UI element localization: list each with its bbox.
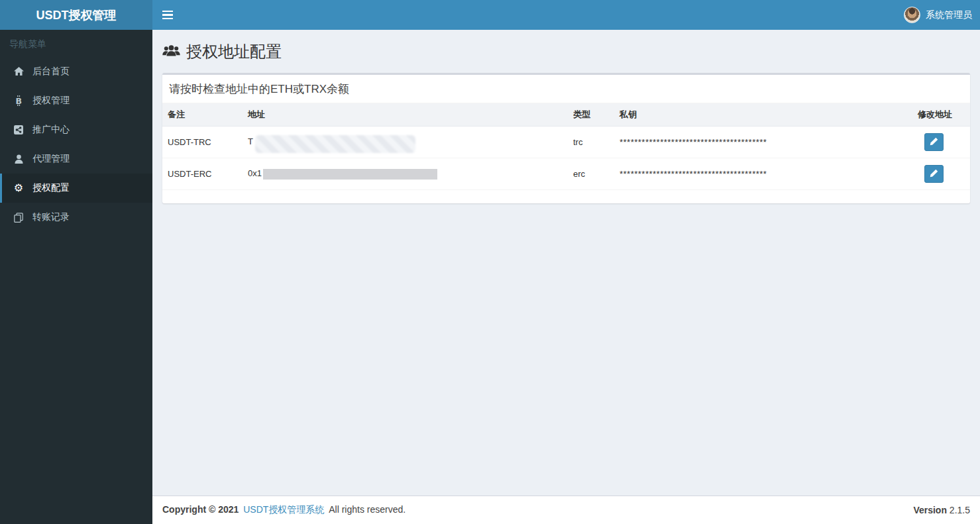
- sidebar-item-label: 授权配置: [32, 182, 70, 194]
- version-label: Version: [913, 505, 947, 515]
- user-icon: [11, 154, 26, 164]
- sidebar-item-auth-manage[interactable]: B 授权管理: [0, 86, 152, 115]
- type-cell: trc: [568, 127, 614, 158]
- sidebar-item-auth-config[interactable]: ⚙ 授权配置: [0, 174, 152, 203]
- edit-address-button[interactable]: [924, 133, 944, 151]
- user-avatar: [904, 7, 920, 23]
- brand-link[interactable]: USDT授权管理系统: [243, 504, 324, 515]
- redacted-address: [263, 169, 437, 180]
- bitcoin-icon: B: [11, 95, 26, 106]
- users-icon: [162, 42, 180, 61]
- sidebar-toggle-button[interactable]: [152, 0, 183, 30]
- sidebar-item-label: 代理管理: [32, 153, 70, 165]
- sidebar-item-label: 转账记录: [32, 211, 70, 223]
- sidebar-item-label: 后台首页: [32, 66, 70, 78]
- sidebar: 导航菜单 后台首页 B 授权管理 推广中心 代理管理 ⚙: [0, 30, 152, 524]
- address-cell: T: [243, 127, 568, 158]
- sidebar-item-dashboard[interactable]: 后台首页: [0, 57, 152, 86]
- sidebar-item-label: 推广中心: [32, 124, 70, 136]
- table-row: USDT-TRC T trc *************************…: [162, 127, 970, 158]
- column-remark: 备注: [162, 103, 243, 127]
- svg-text:B: B: [15, 96, 22, 106]
- home-icon: [11, 67, 26, 76]
- gear-icon: ⚙: [11, 183, 26, 193]
- action-cell: [912, 127, 970, 158]
- action-cell: [912, 158, 970, 190]
- sidebar-item-promotion[interactable]: 推广中心: [0, 115, 152, 144]
- remark-cell: USDT-TRC: [162, 127, 243, 158]
- panel-header: 请按时检查地址中的ETH或TRX余额: [162, 75, 970, 103]
- hamburger-icon: [162, 11, 173, 13]
- main-header: USDT授权管理 系统管理员: [0, 0, 980, 30]
- copyright-text: Copyright © 2021: [162, 504, 239, 515]
- version-value: 2.1.5: [950, 505, 970, 515]
- footer-copyright: Copyright © 2021 USDT授权管理系统 All rights r…: [162, 504, 408, 516]
- user-menu[interactable]: 系统管理员: [896, 0, 980, 30]
- type-cell: erc: [568, 158, 614, 190]
- column-type: 类型: [568, 103, 614, 127]
- top-navbar: 系统管理员: [152, 0, 980, 30]
- remark-cell: USDT-ERC: [162, 158, 243, 190]
- content-body: 请按时检查地址中的ETH或TRX余额 备注 地址 类型 私钥 修改地址 USDT…: [152, 62, 980, 214]
- main-footer: Copyright © 2021 USDT授权管理系统 All rights r…: [152, 496, 980, 524]
- address-cell: 0x1: [243, 158, 568, 190]
- column-edit-address: 修改地址: [912, 103, 970, 127]
- page-title-text: 授权地址配置: [186, 41, 282, 62]
- column-address: 地址: [243, 103, 568, 127]
- column-private-key: 私钥: [614, 103, 912, 127]
- address-table: 备注 地址 类型 私钥 修改地址 USDT-TRC T trc ****: [162, 103, 970, 190]
- address-prefix: T: [248, 136, 253, 146]
- sidebar-item-agent-manage[interactable]: 代理管理: [0, 144, 152, 174]
- content-header: 授权地址配置: [152, 30, 980, 62]
- app-logo-text: USDT授权管理: [36, 7, 117, 23]
- pencil-icon: [930, 169, 938, 180]
- content-wrapper: 授权地址配置 请按时检查地址中的ETH或TRX余额 备注 地址 类型 私钥 修改…: [152, 30, 980, 496]
- table-row: USDT-ERC 0x1 erc ***********************…: [162, 158, 970, 190]
- user-name: 系统管理员: [926, 9, 972, 21]
- copy-icon: [11, 213, 26, 223]
- sidebar-item-label: 授权管理: [32, 95, 70, 107]
- sidebar-section-label: 导航菜单: [0, 30, 152, 57]
- footer-version: Version 2.1.5: [913, 505, 970, 515]
- address-prefix: 0x1: [248, 168, 262, 178]
- private-key-cell: ****************************************: [614, 158, 912, 190]
- sidebar-item-transfer-records[interactable]: 转账记录: [0, 203, 152, 232]
- address-config-panel: 请按时检查地址中的ETH或TRX余额 备注 地址 类型 私钥 修改地址 USDT…: [162, 73, 970, 203]
- sidebar-menu: 后台首页 B 授权管理 推广中心 代理管理 ⚙ 授权配置: [0, 57, 152, 232]
- redacted-address: [255, 135, 415, 153]
- pencil-icon: [930, 137, 938, 148]
- private-key-cell: ****************************************: [614, 127, 912, 158]
- table-header-row: 备注 地址 类型 私钥 修改地址: [162, 103, 970, 127]
- share-square-icon: [11, 125, 26, 134]
- app-logo[interactable]: USDT授权管理: [0, 0, 152, 30]
- page-title: 授权地址配置: [162, 41, 970, 62]
- rights-text: All rights reserved.: [329, 504, 406, 515]
- edit-address-button[interactable]: [924, 165, 944, 183]
